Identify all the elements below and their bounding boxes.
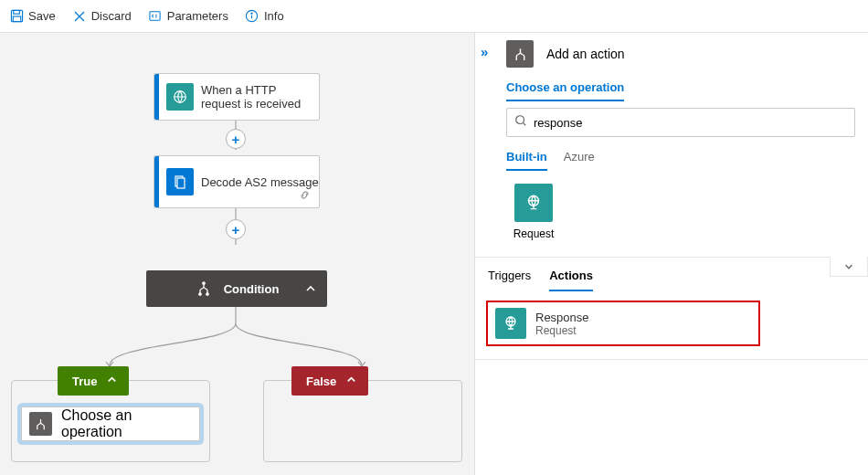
collapse-panel-button[interactable]: » [481, 44, 488, 59]
response-icon [495, 308, 526, 339]
http-icon [166, 83, 194, 111]
parameters-label: Parameters [167, 9, 228, 23]
action-label: Decode AS2 message [201, 175, 319, 189]
save-button[interactable]: Save [9, 9, 56, 24]
node-accent [154, 156, 159, 207]
parameters-button[interactable]: Parameters [148, 9, 228, 24]
false-branch[interactable]: False [263, 380, 462, 462]
chevron-up-icon[interactable] [298, 276, 323, 301]
top-toolbar: Save Discard Parameters Info [0, 0, 868, 33]
chevron-up-icon [345, 374, 357, 388]
document-icon [166, 168, 194, 195]
connector-request[interactable]: Request [506, 184, 561, 240]
info-button[interactable]: Info [245, 9, 284, 24]
true-branch[interactable]: True Choose an operation [11, 380, 210, 462]
false-branch-header[interactable]: False [291, 366, 368, 396]
add-step-button-2[interactable]: + [226, 219, 246, 239]
operation-icon [29, 412, 52, 436]
true-label: True [72, 375, 97, 388]
svg-point-13 [202, 282, 204, 284]
workflow-canvas[interactable]: When a HTTP request is received + Decode… [0, 33, 475, 475]
tab-azure[interactable]: Azure [564, 150, 595, 171]
connector-label: Request [513, 227, 555, 240]
request-icon [514, 184, 553, 222]
choose-operation-label: Choose an operation [61, 407, 192, 440]
add-step-button-1[interactable]: + [226, 129, 246, 149]
condition-node[interactable]: Condition [146, 270, 327, 307]
tab-actions[interactable]: Actions [549, 269, 593, 291]
svg-point-5 [251, 13, 252, 14]
tab-builtin[interactable]: Built-in [506, 150, 547, 171]
condition-label: Condition [224, 282, 280, 296]
save-label: Save [28, 9, 56, 23]
svg-rect-10 [177, 178, 185, 188]
node-accent [154, 74, 159, 120]
discard-button[interactable]: Discard [72, 9, 132, 24]
svg-rect-1 [13, 10, 19, 14]
condition-icon [195, 280, 213, 298]
operation-title: Response [535, 311, 589, 324]
trigger-label: When a HTTP request is received [201, 83, 319, 111]
trigger-http-request[interactable]: When a HTTP request is received [153, 73, 320, 121]
operation-response[interactable]: Response Request [486, 301, 760, 346]
action-decode-as2[interactable]: Decode AS2 message [153, 155, 320, 208]
choose-operation-tab[interactable]: Choose an operation [506, 80, 624, 101]
false-label: False [306, 375, 336, 388]
info-label: Info [264, 9, 284, 23]
parameters-icon [148, 9, 163, 24]
operation-icon [506, 40, 534, 68]
tab-triggers[interactable]: Triggers [488, 269, 531, 291]
chevron-up-icon [106, 374, 118, 388]
operation-subtitle: Request [535, 324, 589, 337]
discard-label: Discard [91, 9, 132, 23]
svg-point-11 [198, 293, 200, 295]
panel-title: Add an action [546, 47, 625, 61]
choose-operation-button[interactable]: Choose an operation [21, 406, 200, 441]
operation-panel: » Add an action Choose an operation Buil… [475, 33, 868, 475]
svg-point-12 [206, 293, 207, 295]
search-icon [514, 114, 527, 131]
close-icon [72, 9, 87, 24]
svg-point-14 [516, 116, 524, 124]
link-icon [299, 189, 312, 202]
save-icon [9, 9, 24, 24]
expand-button[interactable] [830, 257, 868, 277]
search-input[interactable] [534, 116, 847, 130]
operations-section: Triggers Actions Response Request [475, 257, 868, 360]
svg-rect-2 [13, 16, 20, 22]
search-box[interactable] [506, 108, 855, 137]
true-branch-header[interactable]: True [58, 366, 129, 396]
info-icon [245, 9, 259, 24]
svg-rect-3 [150, 12, 160, 20]
